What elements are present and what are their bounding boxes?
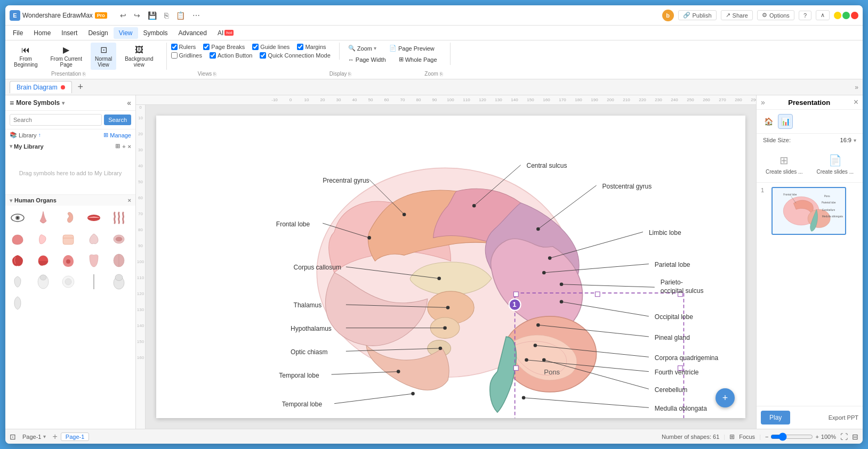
copy-btn[interactable]: ⎘ (162, 10, 171, 21)
redo-btn[interactable]: ↪ (132, 10, 142, 21)
add-shape-btn[interactable]: + (716, 388, 735, 407)
slide-thumbnail-1[interactable]: Frontal lobe Pons Parietal lobe Cerebell… (771, 187, 846, 235)
shape-organ5-3[interactable] (7, 293, 28, 313)
options-btn[interactable]: ⚙ Options (757, 10, 794, 20)
collapse-ribbon-btn[interactable]: ∧ (816, 10, 830, 20)
page1-dropdown[interactable]: Page-1 ▾ (19, 432, 49, 441)
panel-slides-icon-btn[interactable]: 📊 (778, 114, 793, 129)
background-view-btn[interactable]: 🖼 Backgroundview (120, 43, 157, 70)
shape-organ5-2[interactable] (109, 272, 129, 292)
slide-thumbnail-area: 1 Frontal lobe Pons Parietal lo (757, 183, 863, 406)
ruler-tick: 180 (570, 97, 586, 102)
save-btn[interactable]: 💾 (146, 10, 159, 21)
sidebar-collapse-btn[interactable]: « (127, 99, 131, 107)
page-width-btn[interactable]: ↔ Page Width (344, 55, 390, 64)
paste-btn[interactable]: 📋 (174, 10, 187, 21)
menu-design[interactable]: Design (83, 27, 113, 39)
zoom-slider[interactable] (770, 432, 813, 441)
tab-panel-toggle[interactable]: » (855, 84, 858, 91)
tab-brain-diagram[interactable]: Brain Diagram (10, 81, 72, 93)
from-current-btn[interactable]: ▶ From CurrentPage (46, 43, 86, 70)
shape-organ2-2[interactable] (33, 229, 53, 249)
shape-organ5-1[interactable] (84, 272, 104, 292)
svg-point-8 (66, 259, 70, 264)
menu-ai[interactable]: AI hot (212, 27, 239, 39)
undo-btn[interactable]: ↩ (118, 10, 128, 21)
panel-toggle-btn[interactable]: ⊟ (852, 432, 858, 441)
shape-mouth[interactable] (84, 208, 104, 228)
menu-symbols[interactable]: Symbols (138, 27, 173, 39)
shape-nose[interactable] (33, 208, 53, 228)
gridlines-checkbox[interactable]: Gridlines (171, 52, 202, 59)
close-btn[interactable] (851, 12, 858, 19)
maximize-btn[interactable] (842, 12, 850, 19)
my-library-new-btn[interactable]: + (122, 143, 125, 150)
zoom-out-btn[interactable]: − (765, 434, 768, 440)
zoom-btn[interactable]: 🔍 Zoom ▾ (344, 44, 381, 53)
menu-insert[interactable]: Insert (56, 27, 83, 39)
shape-organ3-2[interactable] (33, 250, 53, 271)
search-btn[interactable]: Search (104, 115, 131, 125)
export-ppt-btn[interactable]: Export PPT (829, 414, 858, 421)
create-slides-btn1[interactable]: ⊞ Create slides ... (761, 151, 808, 178)
normal-view-btn[interactable]: ⊡ NormalView (91, 43, 116, 70)
shape-organ3-4[interactable] (84, 250, 104, 271)
panel-home-icon-btn[interactable]: 🏠 (761, 114, 776, 129)
my-library-add-btn[interactable]: ⊞ (115, 143, 120, 150)
svg-point-86 (411, 392, 415, 396)
action-button-checkbox[interactable]: Action Button (210, 52, 252, 59)
shape-organ2-5[interactable] (109, 229, 129, 249)
menu-view[interactable]: View (114, 27, 138, 39)
help-btn[interactable]: ? (799, 11, 811, 20)
fullscreen-btn[interactable]: ⛶ (840, 432, 848, 441)
rulers-checkbox[interactable]: Rulers (171, 44, 196, 50)
v-ruler-tick: 110 (136, 275, 145, 291)
shape-organ4-3[interactable] (58, 272, 78, 292)
guide-lines-checkbox[interactable]: Guide lines (252, 44, 290, 50)
shape-organ4-2[interactable] (33, 272, 53, 292)
shape-organ2-3[interactable] (58, 229, 78, 249)
share-btn[interactable]: ↗ Share (721, 10, 753, 20)
shape-organ4-1[interactable] (7, 272, 28, 292)
shape-eye[interactable] (7, 208, 28, 228)
human-organs-close-btn[interactable]: × (128, 197, 131, 203)
my-library-close-btn[interactable]: × (128, 143, 131, 150)
canvas-area[interactable]: 1 Central sulcus Postcentral gyrus (146, 105, 756, 429)
section-header-left: ▾ Human Organs (10, 197, 57, 203)
menu-advanced[interactable]: Advanced (173, 27, 212, 39)
library-expand[interactable]: ↑ (38, 132, 41, 138)
shape-organ2-1[interactable] (7, 229, 28, 249)
page-preview-btn[interactable]: 📄 Page Preview (385, 44, 439, 53)
my-library-empty: Drag symbols here to add to My Library (5, 152, 135, 194)
minimize-btn[interactable] (834, 12, 841, 19)
add-tab-btn[interactable]: + (74, 81, 87, 94)
ruler-tick: 260 (698, 97, 714, 102)
create-slides-btn2[interactable]: 📄 Create slides ... (812, 151, 859, 178)
add-page-btn[interactable]: + (52, 432, 57, 442)
whole-page-btn[interactable]: ⊞ Whole Page (395, 55, 441, 64)
shape-organ3-3[interactable] (58, 250, 78, 271)
menu-file[interactable]: File (7, 27, 28, 39)
play-btn[interactable]: Play (761, 411, 790, 424)
shape-organ3-5[interactable] (109, 250, 129, 271)
page1-tab[interactable]: Page-1 (61, 432, 89, 441)
library-row: 📚 Library ↑ ⊞ Manage (5, 129, 135, 141)
from-beginning-btn[interactable]: ⏮ FromBeginning (10, 43, 42, 70)
quick-connection-checkbox[interactable]: Quick Connection Mode (260, 52, 330, 59)
right-panel-expand-btn[interactable]: » (761, 98, 765, 107)
manage-btn[interactable]: ⊞ Manage (103, 132, 131, 138)
shape-organ2-4[interactable] (84, 229, 104, 249)
layers-icon[interactable]: ⊞ (729, 433, 735, 440)
margins-checkbox[interactable]: Margins (297, 44, 326, 50)
more-btn[interactable]: ⋯ (190, 10, 202, 21)
zoom-in-btn[interactable]: + (815, 434, 818, 440)
menu-home[interactable]: Home (28, 27, 56, 39)
search-input[interactable] (10, 114, 102, 126)
right-panel-close-btn[interactable]: × (854, 97, 858, 107)
page-breaks-checkbox[interactable]: Page Breaks (203, 44, 245, 50)
shape-ear[interactable] (58, 208, 78, 228)
shape-organ3-1[interactable] (7, 250, 28, 271)
page-layout-icon[interactable]: ⊡ (10, 432, 16, 441)
publish-btn[interactable]: 🔗 Publish (678, 10, 717, 20)
shape-intestine1[interactable] (109, 208, 129, 228)
